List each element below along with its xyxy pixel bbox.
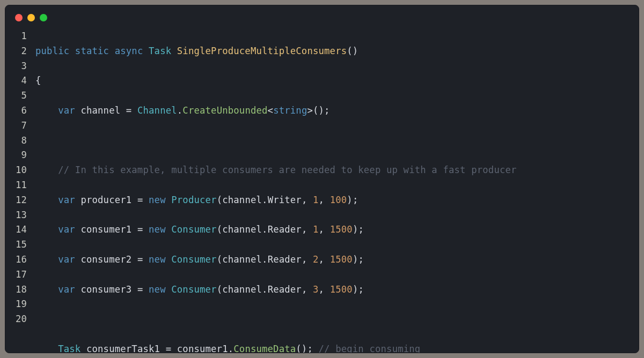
punctuation: ( (217, 254, 223, 265)
line-number: 5 (5, 88, 27, 103)
class: Producer (171, 195, 216, 205)
identifier: Writer (268, 195, 302, 205)
line-number: 20 (5, 312, 27, 327)
identifier: consumer2 (80, 254, 131, 265)
keyword: var (58, 105, 75, 116)
code-line: { (35, 73, 639, 88)
code-line: var consumer3 = new Consumer(channel.Rea… (35, 282, 639, 297)
minimize-icon[interactable] (27, 14, 35, 21)
type: Task (58, 344, 80, 353)
operator: = (166, 344, 172, 353)
code-line (35, 312, 639, 327)
keyword: new (149, 254, 166, 265)
punctuation: , (302, 195, 313, 205)
punctuation: , (319, 224, 330, 235)
punctuation: ); (353, 284, 364, 295)
identifier: consumer1 (177, 344, 228, 353)
identifier: producer1 (80, 195, 131, 205)
keyword: var (58, 284, 75, 295)
punctuation: , (319, 284, 330, 295)
punctuation: , (302, 284, 313, 295)
method-call: CreateUnbounded (182, 105, 267, 116)
punctuation: (); (313, 105, 330, 116)
comment: // In this example, multiple consumers a… (58, 165, 516, 175)
line-number: 18 (5, 282, 27, 297)
method-call: ConsumeData (233, 344, 296, 353)
code-line: var channel = Channel.CreateUnbounded<st… (35, 103, 639, 118)
comment: // begin consuming (319, 344, 421, 353)
line-number-gutter: 1234567891011121314151617181920 (5, 29, 35, 353)
line-number: 8 (5, 133, 27, 148)
punctuation: , (302, 254, 313, 265)
identifier: Reader (268, 224, 302, 235)
punctuation: . (177, 105, 183, 116)
number: 1500 (330, 284, 353, 295)
keyword: async (115, 46, 143, 56)
keyword: new (149, 224, 166, 235)
operator: = (126, 105, 132, 116)
operator: = (137, 224, 143, 235)
identifier: channel (222, 195, 262, 205)
punctuation: , (319, 195, 330, 205)
number: 1 (313, 195, 319, 205)
code-line: var consumer2 = new Consumer(channel.Rea… (35, 252, 639, 267)
code-line (35, 133, 639, 148)
punctuation: . (262, 254, 268, 265)
class: Consumer (171, 284, 216, 295)
punctuation: ( (217, 195, 223, 205)
line-number: 4 (5, 73, 27, 88)
line-number: 14 (5, 222, 27, 237)
close-icon[interactable] (15, 14, 23, 21)
code-content[interactable]: public static async Task SingleProduceMu… (35, 29, 639, 353)
operator: = (137, 254, 143, 265)
class: Consumer (171, 254, 216, 265)
identifier: channel (80, 105, 120, 116)
line-number: 1 (5, 29, 27, 44)
punctuation: > (307, 105, 313, 116)
keyword: var (58, 254, 75, 265)
line-number: 17 (5, 267, 27, 282)
code-line: var producer1 = new Producer(channel.Wri… (35, 193, 639, 208)
number: 1500 (330, 254, 353, 265)
line-number: 13 (5, 208, 27, 223)
number: 3 (313, 284, 319, 295)
punctuation: ); (353, 224, 364, 235)
line-number: 2 (5, 44, 27, 59)
number: 2 (313, 254, 319, 265)
operator: = (137, 284, 143, 295)
line-number: 12 (5, 193, 27, 208)
code-line: public static async Task SingleProduceMu… (35, 44, 639, 59)
code-line: // In this example, multiple consumers a… (35, 163, 639, 178)
line-number: 10 (5, 163, 27, 178)
identifier: Reader (268, 284, 302, 295)
punctuation: ); (347, 195, 358, 205)
keyword: new (149, 195, 166, 205)
identifier: channel (222, 284, 262, 295)
line-number: 7 (5, 118, 27, 133)
code-window: 1234567891011121314151617181920 public s… (5, 5, 639, 353)
titlebar (5, 14, 639, 29)
punctuation: ( (217, 224, 223, 235)
punctuation: , (319, 254, 330, 265)
line-number: 9 (5, 148, 27, 163)
line-number: 3 (5, 59, 27, 74)
brace: { (35, 75, 41, 86)
punctuation: . (262, 224, 268, 235)
line-number: 19 (5, 297, 27, 312)
keyword: var (58, 195, 75, 205)
code-area[interactable]: 1234567891011121314151617181920 public s… (5, 29, 639, 353)
type: Task (149, 46, 171, 56)
operator: = (137, 195, 143, 205)
keyword: static (75, 46, 109, 56)
identifier: consumer1 (80, 224, 131, 235)
zoom-icon[interactable] (40, 14, 47, 21)
identifier: Reader (268, 254, 302, 265)
method-name: SingleProduceMultipleConsumers (177, 46, 347, 56)
punctuation: () (347, 46, 358, 56)
punctuation: . (228, 344, 234, 353)
code-line: Task consumerTask1 = consumer1.ConsumeDa… (35, 342, 639, 353)
line-number: 6 (5, 103, 27, 118)
number: 100 (330, 195, 347, 205)
code-line: var consumer1 = new Consumer(channel.Rea… (35, 222, 639, 237)
identifier: channel (222, 224, 262, 235)
